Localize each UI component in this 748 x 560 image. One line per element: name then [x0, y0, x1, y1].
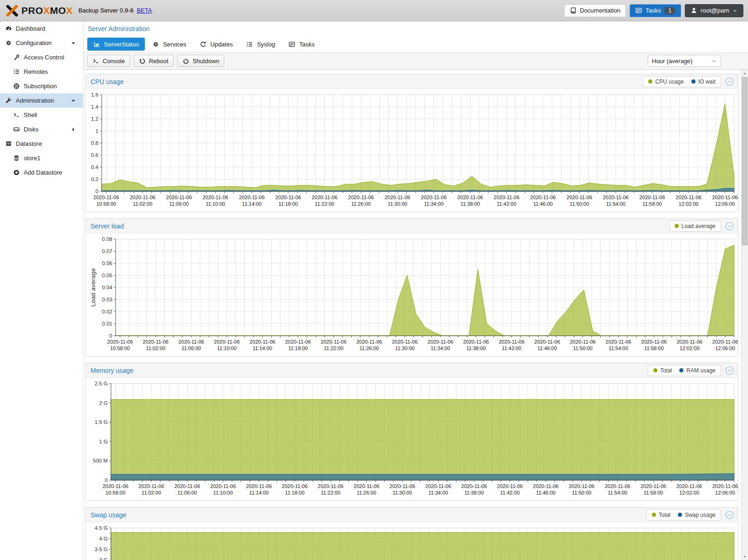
- chart-legend: Load average: [669, 221, 721, 232]
- collapse-panel-icon[interactable]: [725, 221, 734, 231]
- svg-text:0.04: 0.04: [102, 285, 113, 290]
- sidebar: DashboardConfigurationAccess ControlRemo…: [0, 21, 84, 560]
- sidebar-item-subscription[interactable]: Subscription: [0, 79, 83, 93]
- beta-link[interactable]: BETA: [137, 7, 152, 14]
- plus-circle-icon: [13, 169, 20, 176]
- tab-services[interactable]: Services: [146, 38, 192, 51]
- legend-dot-icon: [679, 368, 683, 372]
- svg-text:12:02:00: 12:02:00: [680, 345, 700, 351]
- tab-label: Updates: [210, 41, 233, 48]
- lifering-icon: [13, 83, 20, 90]
- panel-header: Server loadLoad average: [86, 219, 738, 234]
- sidebar-item-datastore[interactable]: Datastore: [0, 137, 83, 151]
- svg-text:11:30:00: 11:30:00: [393, 490, 412, 495]
- legend-item-total[interactable]: Total: [653, 367, 672, 374]
- chart-title: CPU usage: [91, 78, 124, 85]
- chart-memory-usage: 0500 M1 G1.5 G2 G2.5 G2020-11-0610:58:00…: [86, 378, 738, 501]
- console-button[interactable]: Console: [87, 55, 130, 67]
- timeframe-select[interactable]: Hour (average): [648, 55, 721, 67]
- svg-text:12:02:00: 12:02:00: [679, 201, 699, 207]
- scrollbar-thumb[interactable]: [742, 77, 748, 245]
- svg-text:2020-11-06: 2020-11-06: [239, 195, 265, 200]
- sidebar-item-disks[interactable]: Disks: [0, 122, 83, 137]
- user-menu-button[interactable]: root@pam: [685, 4, 743, 17]
- sidebar-item-configuration[interactable]: Configuration: [0, 36, 83, 50]
- legend-item-ram-usage[interactable]: RAM usage: [679, 367, 715, 374]
- scroll-down-arrow-icon[interactable]: ▼: [741, 553, 748, 560]
- caret-down-icon: [70, 98, 77, 104]
- brand-segment: X: [43, 5, 50, 16]
- svg-text:11:42:00: 11:42:00: [502, 345, 521, 351]
- tab-tasks[interactable]: Tasks: [282, 38, 320, 51]
- sidebar-item-shell[interactable]: Shell: [0, 108, 83, 122]
- tasks-count-badge: 1: [664, 7, 676, 14]
- collapse-panel-icon[interactable]: [725, 77, 734, 86]
- svg-text:11:38:00: 11:38:00: [464, 490, 484, 495]
- svg-text:11:38:00: 11:38:00: [461, 201, 480, 207]
- panel-swap-usage: Swap usageTotalSwap usage0500 M1 G1.5 G2…: [85, 507, 738, 560]
- svg-text:11:34:00: 11:34:00: [424, 201, 443, 207]
- reboot-button[interactable]: Reboot: [134, 55, 174, 67]
- svg-text:2020-11-06: 2020-11-06: [497, 483, 523, 489]
- sidebar-item-administration[interactable]: Administration: [0, 93, 83, 108]
- sidebar-item-label: Datastore: [16, 140, 42, 147]
- scroll-up-arrow-icon[interactable]: ▲: [741, 70, 748, 77]
- breadcrumb: Server Administration: [84, 21, 748, 36]
- legend-item-swap-usage[interactable]: Swap usage: [678, 512, 715, 518]
- shutdown-button[interactable]: Shutdown: [177, 55, 225, 67]
- svg-text:10:58:00: 10:58:00: [105, 490, 125, 495]
- legend-dot-icon: [678, 513, 682, 517]
- svg-text:2020-11-06: 2020-11-06: [166, 195, 192, 200]
- brand-segment: PRO: [21, 5, 43, 16]
- documentation-label: Documentation: [580, 7, 620, 14]
- tab-updates[interactable]: Updates: [194, 38, 239, 51]
- svg-text:0.03: 0.03: [102, 297, 112, 302]
- svg-text:11:58:00: 11:58:00: [643, 201, 662, 207]
- legend-item-total[interactable]: Total: [652, 512, 670, 518]
- svg-text:2020-11-06: 2020-11-06: [130, 195, 155, 200]
- gauge-icon: [5, 25, 12, 32]
- svg-text:11:26:00: 11:26:00: [359, 345, 379, 351]
- svg-text:11:18:00: 11:18:00: [279, 201, 298, 207]
- svg-text:0: 0: [96, 189, 98, 194]
- svg-text:0.01: 0.01: [102, 321, 112, 326]
- sidebar-item-label: Shell: [24, 111, 37, 118]
- collapse-panel-icon[interactable]: [725, 510, 734, 520]
- collapse-panel-icon[interactable]: [725, 366, 734, 375]
- sidebar-item-access-control[interactable]: Access Control: [0, 50, 83, 65]
- sidebar-item-label: Dashboard: [16, 25, 46, 32]
- sidebar-item-add-datastore[interactable]: Add Datastore: [0, 165, 83, 180]
- sidebar-item-remotes[interactable]: Remotes: [0, 65, 83, 79]
- sidebar-item-dashboard[interactable]: Dashboard: [0, 21, 83, 36]
- documentation-button[interactable]: Documentation: [564, 4, 626, 17]
- svg-text:0: 0: [110, 333, 112, 339]
- toolbar: ConsoleRebootShutdown Hour (average): [84, 52, 748, 70]
- legend-item-cpu-usage[interactable]: CPU usage: [648, 78, 683, 85]
- svg-text:2020-11-06: 2020-11-06: [676, 483, 702, 489]
- sidebar-item-label: Administration: [16, 97, 54, 104]
- user-label: root@pam: [701, 7, 729, 14]
- legend-item-load-average[interactable]: Load average: [675, 223, 715, 229]
- svg-text:0.8: 0.8: [91, 140, 98, 146]
- svg-text:11:18:00: 11:18:00: [285, 490, 305, 495]
- timeframe-value: Hour (average): [652, 58, 692, 65]
- sidebar-item-label: Subscription: [24, 83, 57, 90]
- legend-item-io-wait[interactable]: IO wait: [691, 78, 715, 85]
- tasks-button[interactable]: Tasks 1: [630, 4, 681, 17]
- chart-title: Swap usage: [91, 511, 126, 519]
- chart-body: 00.010.020.030.040.050.060.070.082020-11…: [86, 234, 738, 356]
- product-version: Backup Server 0.9-6: [78, 7, 134, 14]
- svg-text:0.05: 0.05: [102, 273, 112, 278]
- svg-text:11:34:00: 11:34:00: [431, 345, 450, 351]
- vertical-scrollbar[interactable]: ▲ ▼: [741, 70, 748, 560]
- legend-label: Load average: [682, 223, 715, 229]
- svg-text:2020-11-06: 2020-11-06: [676, 339, 702, 345]
- svg-text:0.07: 0.07: [102, 248, 112, 254]
- power-icon: [182, 58, 189, 65]
- tab-serverstatus[interactable]: ServerStatus: [87, 38, 145, 51]
- list-icon: [246, 41, 253, 48]
- tab-syslog[interactable]: Syslog: [240, 38, 281, 51]
- sidebar-item-store1[interactable]: store1: [0, 151, 83, 165]
- box-icon: [5, 140, 12, 147]
- svg-text:2020-11-06: 2020-11-06: [566, 195, 592, 200]
